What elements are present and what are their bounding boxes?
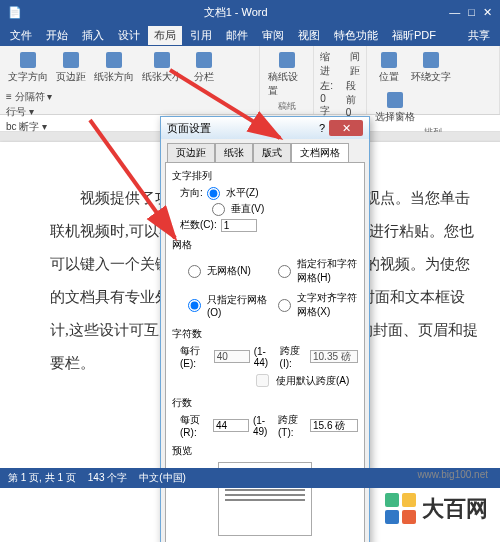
app-icon: 📄	[8, 6, 22, 19]
dialog-close-button[interactable]: ✕	[329, 120, 363, 136]
dtab-margins[interactable]: 页边距	[167, 143, 215, 162]
window-controls: — □ ✕	[449, 6, 492, 19]
char-pitch-input	[310, 350, 358, 363]
tab-design[interactable]: 设计	[112, 26, 146, 45]
group-label: 稿纸	[266, 100, 307, 113]
dtab-layout[interactable]: 版式	[253, 143, 291, 162]
orientation-button[interactable]: 纸张方向	[92, 50, 136, 86]
radio-align-char-grid[interactable]	[278, 299, 291, 312]
columns-icon	[196, 52, 212, 68]
margins-icon	[63, 52, 79, 68]
size-icon	[154, 52, 170, 68]
tab-insert[interactable]: 插入	[76, 26, 110, 45]
status-word-count[interactable]: 143 个字	[88, 471, 127, 485]
columns-button[interactable]: 分栏	[188, 50, 220, 86]
dialog-tabs: 页边距 纸张 版式 文档网格	[161, 139, 369, 162]
dialog-title: 页面设置	[167, 121, 211, 136]
size-button[interactable]: 纸张大小	[140, 50, 184, 86]
position-button[interactable]: 位置	[373, 50, 405, 86]
section-preview: 预览	[172, 444, 358, 458]
orientation-icon	[106, 52, 122, 68]
group-page-setup: 文字方向 页边距 纸张方向 纸张大小 分栏 ≡ 分隔符 ▾ 行号 ▾ bc 断字…	[0, 46, 260, 114]
share-button[interactable]: 共享	[462, 26, 496, 45]
dtab-paper[interactable]: 纸张	[215, 143, 253, 162]
paper-icon	[279, 52, 295, 68]
dialog-help-button[interactable]: ?	[319, 122, 325, 134]
chars-per-line-input	[214, 350, 250, 363]
section-char-count: 字符数	[172, 327, 358, 341]
group-paragraph: 缩进间距 左: 0 字符 段前 0 行 右: 0 字符 段后 0 行 段落	[314, 46, 367, 114]
tab-pdf[interactable]: 福昕PDF	[386, 26, 442, 45]
radio-horizontal[interactable]	[207, 187, 220, 200]
tab-special[interactable]: 特色功能	[328, 26, 384, 45]
wrap-icon	[423, 52, 439, 68]
selection-pane-button[interactable]: 选择窗格	[373, 90, 417, 126]
radio-vertical[interactable]	[212, 203, 225, 216]
radio-line-char-grid[interactable]	[278, 265, 291, 278]
status-language[interactable]: 中文(中国)	[139, 471, 186, 485]
breaks-button[interactable]: ≡ 分隔符 ▾	[6, 90, 52, 104]
brand-icon	[385, 493, 416, 524]
document-title: 文档1 - Word	[22, 5, 449, 20]
minimize-button[interactable]: —	[449, 6, 460, 19]
section-text-arrange: 文字排列	[172, 169, 358, 183]
paper-settings-button[interactable]: 稿纸设置	[266, 50, 307, 100]
section-line-count: 行数	[172, 396, 358, 410]
dialog-titlebar: 页面设置 ? ✕	[161, 117, 369, 139]
tab-layout[interactable]: 布局	[148, 26, 182, 45]
use-default-pitch-check	[256, 374, 269, 387]
text-direction-icon	[20, 52, 36, 68]
group-paper: 稿纸设置 稿纸	[260, 46, 314, 114]
dtab-grid[interactable]: 文档网格	[291, 143, 349, 162]
maximize-button[interactable]: □	[468, 6, 475, 19]
ribbon: 文字方向 页边距 纸张方向 纸张大小 分栏 ≡ 分隔符 ▾ 行号 ▾ bc 断字…	[0, 46, 500, 115]
line-numbers-button[interactable]: 行号 ▾	[6, 105, 52, 119]
tab-view[interactable]: 视图	[292, 26, 326, 45]
window-titlebar: 📄 文档1 - Word — □ ✕	[0, 0, 500, 24]
brand-text: 大百网	[422, 494, 488, 524]
line-pitch-input[interactable]	[310, 419, 358, 432]
brand-watermark: 大百网	[385, 493, 488, 524]
tab-home[interactable]: 开始	[40, 26, 74, 45]
tab-review[interactable]: 审阅	[256, 26, 290, 45]
position-icon	[381, 52, 397, 68]
radio-line-grid-only[interactable]	[188, 299, 201, 312]
group-arrange: 位置 环绕文字 选择窗格 排列	[367, 46, 500, 114]
status-page[interactable]: 第 1 页, 共 1 页	[8, 471, 76, 485]
selection-icon	[387, 92, 403, 108]
lines-per-page-input[interactable]	[213, 419, 249, 432]
watermark-url: www.big100.net	[417, 469, 488, 480]
wrap-text-button[interactable]: 环绕文字	[409, 50, 453, 86]
radio-no-grid[interactable]	[188, 265, 201, 278]
columns-input[interactable]	[221, 219, 257, 232]
tab-references[interactable]: 引用	[184, 26, 218, 45]
tab-mailings[interactable]: 邮件	[220, 26, 254, 45]
ribbon-tabs: 文件 开始 插入 设计 布局 引用 邮件 审阅 视图 特色功能 福昕PDF 共享	[0, 24, 500, 46]
margins-button[interactable]: 页边距	[54, 50, 88, 86]
tab-file[interactable]: 文件	[4, 26, 38, 45]
section-grid: 网格	[172, 238, 358, 252]
close-button[interactable]: ✕	[483, 6, 492, 19]
text-direction-button[interactable]: 文字方向	[6, 50, 50, 86]
